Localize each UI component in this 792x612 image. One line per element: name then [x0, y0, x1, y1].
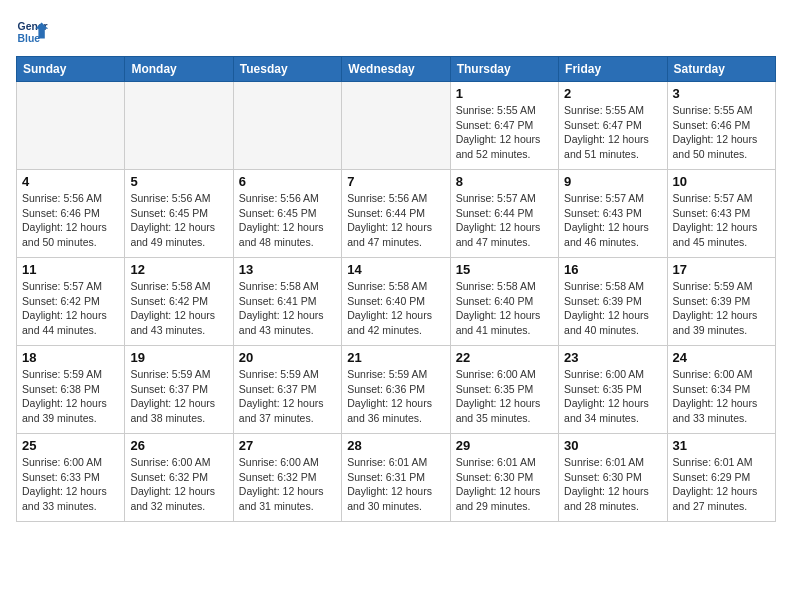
day-info: Sunrise: 6:01 AM Sunset: 6:30 PM Dayligh…: [564, 455, 661, 514]
day-number: 1: [456, 86, 553, 101]
logo-icon: General Blue: [16, 16, 48, 48]
calendar-table: SundayMondayTuesdayWednesdayThursdayFrid…: [16, 56, 776, 522]
calendar-cell: 30Sunrise: 6:01 AM Sunset: 6:30 PM Dayli…: [559, 434, 667, 522]
calendar-header-thursday: Thursday: [450, 57, 558, 82]
day-number: 8: [456, 174, 553, 189]
day-number: 13: [239, 262, 336, 277]
day-info: Sunrise: 5:58 AM Sunset: 6:39 PM Dayligh…: [564, 279, 661, 338]
day-info: Sunrise: 6:00 AM Sunset: 6:34 PM Dayligh…: [673, 367, 770, 426]
week-row-5: 25Sunrise: 6:00 AM Sunset: 6:33 PM Dayli…: [17, 434, 776, 522]
day-info: Sunrise: 6:00 AM Sunset: 6:32 PM Dayligh…: [239, 455, 336, 514]
calendar-cell: 11Sunrise: 5:57 AM Sunset: 6:42 PM Dayli…: [17, 258, 125, 346]
day-info: Sunrise: 5:57 AM Sunset: 6:42 PM Dayligh…: [22, 279, 119, 338]
day-number: 25: [22, 438, 119, 453]
calendar-cell: 4Sunrise: 5:56 AM Sunset: 6:46 PM Daylig…: [17, 170, 125, 258]
calendar-header-monday: Monday: [125, 57, 233, 82]
calendar-cell: 14Sunrise: 5:58 AM Sunset: 6:40 PM Dayli…: [342, 258, 450, 346]
day-number: 5: [130, 174, 227, 189]
svg-text:Blue: Blue: [18, 33, 41, 44]
day-number: 2: [564, 86, 661, 101]
day-info: Sunrise: 6:00 AM Sunset: 6:32 PM Dayligh…: [130, 455, 227, 514]
page-header: General Blue: [16, 16, 776, 48]
day-number: 15: [456, 262, 553, 277]
calendar-cell: 3Sunrise: 5:55 AM Sunset: 6:46 PM Daylig…: [667, 82, 775, 170]
day-number: 10: [673, 174, 770, 189]
calendar-cell: 28Sunrise: 6:01 AM Sunset: 6:31 PM Dayli…: [342, 434, 450, 522]
calendar-cell: 1Sunrise: 5:55 AM Sunset: 6:47 PM Daylig…: [450, 82, 558, 170]
day-info: Sunrise: 5:58 AM Sunset: 6:40 PM Dayligh…: [456, 279, 553, 338]
calendar-cell: 5Sunrise: 5:56 AM Sunset: 6:45 PM Daylig…: [125, 170, 233, 258]
day-number: 31: [673, 438, 770, 453]
calendar-cell: 6Sunrise: 5:56 AM Sunset: 6:45 PM Daylig…: [233, 170, 341, 258]
day-number: 23: [564, 350, 661, 365]
day-number: 22: [456, 350, 553, 365]
day-info: Sunrise: 5:56 AM Sunset: 6:45 PM Dayligh…: [130, 191, 227, 250]
day-number: 17: [673, 262, 770, 277]
calendar-header-wednesday: Wednesday: [342, 57, 450, 82]
calendar-cell: 23Sunrise: 6:00 AM Sunset: 6:35 PM Dayli…: [559, 346, 667, 434]
day-info: Sunrise: 5:59 AM Sunset: 6:38 PM Dayligh…: [22, 367, 119, 426]
calendar-cell: [17, 82, 125, 170]
week-row-4: 18Sunrise: 5:59 AM Sunset: 6:38 PM Dayli…: [17, 346, 776, 434]
calendar-cell: 21Sunrise: 5:59 AM Sunset: 6:36 PM Dayli…: [342, 346, 450, 434]
calendar-cell: 18Sunrise: 5:59 AM Sunset: 6:38 PM Dayli…: [17, 346, 125, 434]
day-number: 7: [347, 174, 444, 189]
day-info: Sunrise: 5:57 AM Sunset: 6:43 PM Dayligh…: [673, 191, 770, 250]
calendar-cell: [233, 82, 341, 170]
day-number: 3: [673, 86, 770, 101]
day-number: 12: [130, 262, 227, 277]
calendar-cell: 17Sunrise: 5:59 AM Sunset: 6:39 PM Dayli…: [667, 258, 775, 346]
calendar-cell: 26Sunrise: 6:00 AM Sunset: 6:32 PM Dayli…: [125, 434, 233, 522]
day-info: Sunrise: 5:59 AM Sunset: 6:37 PM Dayligh…: [239, 367, 336, 426]
day-number: 26: [130, 438, 227, 453]
day-info: Sunrise: 5:59 AM Sunset: 6:39 PM Dayligh…: [673, 279, 770, 338]
calendar-cell: 19Sunrise: 5:59 AM Sunset: 6:37 PM Dayli…: [125, 346, 233, 434]
calendar-cell: 24Sunrise: 6:00 AM Sunset: 6:34 PM Dayli…: [667, 346, 775, 434]
calendar-cell: 22Sunrise: 6:00 AM Sunset: 6:35 PM Dayli…: [450, 346, 558, 434]
calendar-cell: 15Sunrise: 5:58 AM Sunset: 6:40 PM Dayli…: [450, 258, 558, 346]
day-info: Sunrise: 6:01 AM Sunset: 6:31 PM Dayligh…: [347, 455, 444, 514]
calendar-cell: 13Sunrise: 5:58 AM Sunset: 6:41 PM Dayli…: [233, 258, 341, 346]
day-number: 4: [22, 174, 119, 189]
day-number: 24: [673, 350, 770, 365]
week-row-3: 11Sunrise: 5:57 AM Sunset: 6:42 PM Dayli…: [17, 258, 776, 346]
day-number: 19: [130, 350, 227, 365]
calendar-cell: 29Sunrise: 6:01 AM Sunset: 6:30 PM Dayli…: [450, 434, 558, 522]
day-number: 9: [564, 174, 661, 189]
calendar-cell: 20Sunrise: 5:59 AM Sunset: 6:37 PM Dayli…: [233, 346, 341, 434]
day-info: Sunrise: 6:00 AM Sunset: 6:35 PM Dayligh…: [564, 367, 661, 426]
day-info: Sunrise: 5:58 AM Sunset: 6:40 PM Dayligh…: [347, 279, 444, 338]
day-info: Sunrise: 6:01 AM Sunset: 6:30 PM Dayligh…: [456, 455, 553, 514]
day-info: Sunrise: 5:55 AM Sunset: 6:46 PM Dayligh…: [673, 103, 770, 162]
calendar-header-sunday: Sunday: [17, 57, 125, 82]
day-number: 21: [347, 350, 444, 365]
day-number: 14: [347, 262, 444, 277]
calendar-cell: [342, 82, 450, 170]
day-number: 18: [22, 350, 119, 365]
day-info: Sunrise: 6:00 AM Sunset: 6:35 PM Dayligh…: [456, 367, 553, 426]
day-number: 29: [456, 438, 553, 453]
day-info: Sunrise: 5:56 AM Sunset: 6:45 PM Dayligh…: [239, 191, 336, 250]
calendar-cell: 27Sunrise: 6:00 AM Sunset: 6:32 PM Dayli…: [233, 434, 341, 522]
day-info: Sunrise: 5:56 AM Sunset: 6:44 PM Dayligh…: [347, 191, 444, 250]
day-info: Sunrise: 5:57 AM Sunset: 6:44 PM Dayligh…: [456, 191, 553, 250]
day-number: 20: [239, 350, 336, 365]
calendar-header-friday: Friday: [559, 57, 667, 82]
day-number: 16: [564, 262, 661, 277]
day-number: 11: [22, 262, 119, 277]
calendar-header-row: SundayMondayTuesdayWednesdayThursdayFrid…: [17, 57, 776, 82]
calendar-cell: 9Sunrise: 5:57 AM Sunset: 6:43 PM Daylig…: [559, 170, 667, 258]
day-info: Sunrise: 5:59 AM Sunset: 6:36 PM Dayligh…: [347, 367, 444, 426]
logo: General Blue: [16, 16, 48, 48]
day-number: 6: [239, 174, 336, 189]
day-number: 30: [564, 438, 661, 453]
day-info: Sunrise: 5:58 AM Sunset: 6:41 PM Dayligh…: [239, 279, 336, 338]
day-number: 28: [347, 438, 444, 453]
calendar-cell: 25Sunrise: 6:00 AM Sunset: 6:33 PM Dayli…: [17, 434, 125, 522]
day-info: Sunrise: 6:00 AM Sunset: 6:33 PM Dayligh…: [22, 455, 119, 514]
calendar-header-tuesday: Tuesday: [233, 57, 341, 82]
day-info: Sunrise: 5:58 AM Sunset: 6:42 PM Dayligh…: [130, 279, 227, 338]
day-number: 27: [239, 438, 336, 453]
day-info: Sunrise: 5:55 AM Sunset: 6:47 PM Dayligh…: [564, 103, 661, 162]
calendar-header-saturday: Saturday: [667, 57, 775, 82]
